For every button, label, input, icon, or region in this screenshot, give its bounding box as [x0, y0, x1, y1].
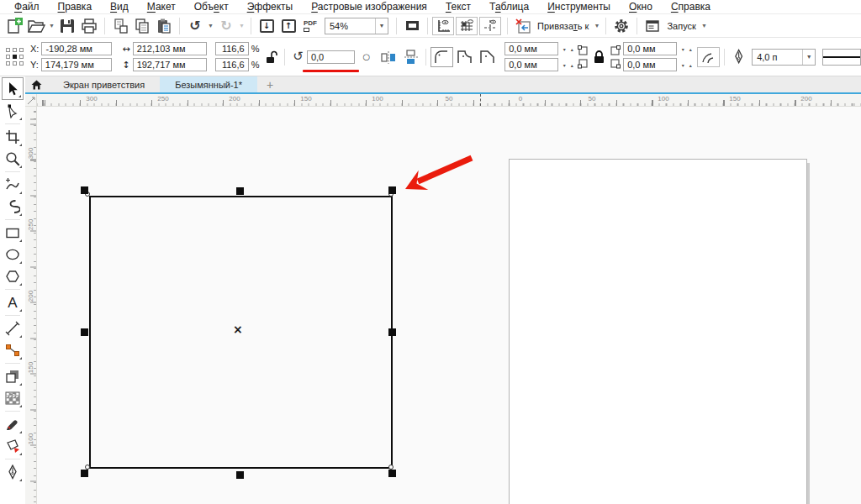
snap-to-dropdown[interactable]: Привязать к [534, 21, 592, 31]
polygon-tool[interactable] [2, 265, 24, 287]
ellipse-tool[interactable] [2, 244, 24, 265]
corner-radius-bl-field[interactable]: 0,0 мм [504, 58, 558, 71]
scalloped-corner-button[interactable] [453, 47, 476, 67]
zoom-level-caret[interactable]: ▼ [375, 18, 388, 34]
drop-shadow-tool[interactable] [2, 365, 24, 387]
menu-table[interactable]: Таблица [480, 1, 538, 13]
zoom-tool[interactable] [2, 148, 24, 170]
shape-tool[interactable] [2, 100, 24, 122]
copy-button[interactable] [131, 16, 153, 36]
menu-object[interactable]: Объект [185, 1, 238, 13]
rectangle-tool[interactable] [2, 222, 24, 244]
redo-button[interactable]: ↻ [215, 16, 237, 36]
crop-tool[interactable] [2, 126, 24, 148]
lock-corners-button[interactable] [590, 48, 608, 66]
x-position-field[interactable]: -190,28 мм [41, 42, 112, 55]
home-tab[interactable] [25, 76, 48, 92]
tab-welcome-screen[interactable]: Экран приветствия [48, 76, 160, 92]
save-button[interactable] [56, 16, 78, 36]
selection-handle-top-left[interactable] [81, 186, 88, 194]
object-width-field[interactable]: 212,103 мм [133, 42, 207, 55]
new-tab-button[interactable]: + [257, 76, 283, 92]
y-position-field[interactable]: 174,179 мм [41, 58, 112, 71]
relative-corner-scaling-button[interactable] [697, 47, 720, 67]
import-button[interactable]: ↓ [256, 16, 277, 36]
drawing-canvas[interactable]: × [37, 107, 861, 504]
cut-button[interactable] [109, 16, 131, 36]
menu-text[interactable]: Текст [436, 1, 480, 13]
open-button[interactable] [25, 16, 47, 36]
mirror-horizontal-button[interactable] [378, 47, 399, 67]
selection-handle-top-right[interactable] [388, 186, 396, 194]
outline-width-caret[interactable]: ▼ [802, 50, 815, 65]
artistic-media-tool[interactable] [2, 196, 24, 218]
full-screen-preview-button[interactable] [401, 16, 423, 36]
mirror-vertical-button[interactable] [399, 47, 421, 67]
vertical-ruler[interactable]: 300 250 200 150 100 [25, 107, 37, 504]
outline-style-preview[interactable] [822, 49, 861, 66]
print-button[interactable] [78, 16, 100, 36]
selection-handle-bottom-right[interactable] [388, 470, 396, 477]
color-eyedropper-tool[interactable] [2, 413, 24, 435]
show-grid-button[interactable] [456, 17, 478, 35]
corner-radius-tr-spinner[interactable]: ▾▴ [679, 42, 694, 55]
corner-radius-br-field[interactable]: 0,0 мм [623, 58, 677, 71]
selection-center-marker[interactable]: × [233, 323, 243, 335]
text-tool[interactable]: A [2, 291, 24, 313]
connector-tool[interactable] [2, 339, 24, 361]
undo-button[interactable]: ↺ [184, 16, 206, 36]
interactive-fill-tool[interactable] [2, 435, 24, 457]
selection-handle-middle-left[interactable] [81, 328, 88, 336]
zoom-level-select[interactable]: 54% ▼ [325, 18, 388, 34]
redo-dropdown-caret[interactable]: ▼ [237, 23, 246, 29]
scale-h-field[interactable]: 116,6 [215, 42, 249, 55]
menu-bitmaps[interactable]: Растровые изображения [302, 1, 436, 13]
undo-dropdown-caret[interactable]: ▼ [206, 23, 215, 29]
horizontal-ruler[interactable]: 300 250 200 150 100 50 0 50 100 150 200 [37, 94, 861, 107]
selection-handle-bottom-left[interactable] [81, 470, 88, 477]
object-origin-selector[interactable] [6, 48, 24, 66]
corner-radius-tr-field[interactable]: 0,0 мм [623, 42, 677, 55]
menu-edit[interactable]: Правка [49, 1, 102, 13]
snap-off-button[interactable] [512, 16, 534, 36]
corner-radius-br-spinner[interactable]: ▾▴ [679, 58, 694, 71]
corner-radius-tl-field[interactable]: 0,0 мм [504, 42, 558, 55]
rotation-angle-field[interactable]: 0,0 [307, 50, 356, 64]
tab-untitled-document[interactable]: Безымянный-1* [160, 76, 257, 92]
round-corner-button[interactable] [430, 47, 453, 67]
publish-pdf-button[interactable]: PDF [299, 16, 321, 36]
object-height-field[interactable]: 192,717 мм [133, 58, 207, 71]
menu-help[interactable]: Справка [662, 1, 720, 13]
launcher-caret[interactable]: ▼ [700, 23, 709, 29]
snap-to-caret[interactable]: ▼ [592, 23, 601, 29]
outline-pen-tool[interactable] [2, 461, 24, 483]
new-document-button[interactable] [3, 16, 25, 36]
menu-window[interactable]: Окно [620, 1, 662, 13]
launcher-label[interactable]: Запуск [663, 21, 699, 31]
selection-handle-bottom-middle[interactable] [236, 471, 244, 479]
menu-view[interactable]: Вид [101, 1, 138, 13]
freehand-tool[interactable] [2, 174, 24, 196]
selection-handle-top-middle[interactable] [236, 187, 244, 195]
options-button[interactable] [610, 16, 632, 36]
export-button[interactable]: ↑ [277, 16, 299, 36]
lock-ratio-button[interactable] [262, 48, 280, 66]
selection-handle-middle-right[interactable] [388, 328, 396, 336]
outline-width-select[interactable]: 4,0 п ▼ [752, 49, 816, 66]
corner-radius-tl-spinner[interactable]: ▾▴ [561, 42, 575, 55]
show-rulers-button[interactable] [432, 17, 454, 35]
transparency-tool[interactable] [2, 387, 24, 409]
chamfered-corner-button[interactable] [476, 47, 499, 67]
open-dropdown-caret[interactable]: ▼ [47, 23, 56, 29]
paste-button[interactable] [153, 16, 175, 36]
ruler-origin-corner[interactable] [25, 94, 37, 107]
corner-radius-bl-spinner[interactable]: ▾▴ [561, 58, 575, 71]
scale-v-field[interactable]: 116,6 [215, 58, 249, 71]
show-guidelines-button[interactable] [479, 17, 501, 35]
dimension-tool[interactable] [2, 318, 24, 339]
menu-file[interactable]: Файл [5, 1, 49, 13]
menu-effects[interactable]: Эффекты [238, 1, 303, 13]
menu-tools[interactable]: Инструменты [538, 1, 620, 13]
pick-tool[interactable] [2, 77, 24, 100]
menu-layout[interactable]: Макет [138, 1, 185, 13]
